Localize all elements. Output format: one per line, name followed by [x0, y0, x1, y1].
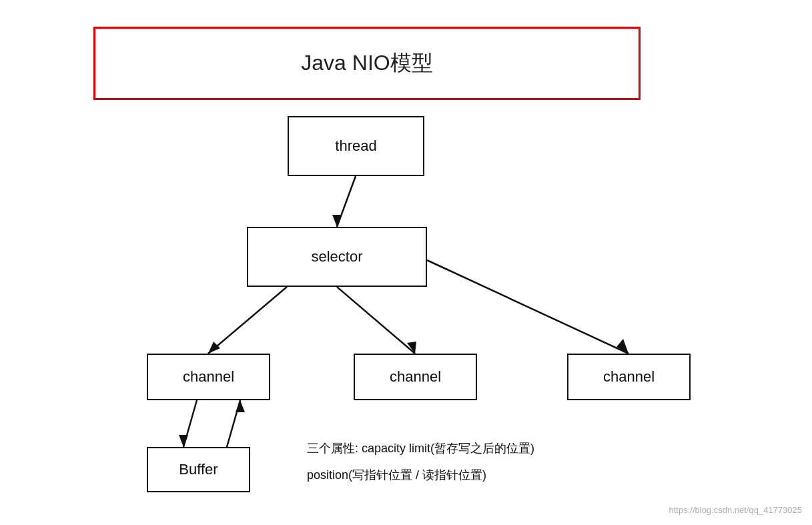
svg-line-8 — [183, 400, 197, 447]
selector-label: selector — [311, 248, 362, 266]
svg-line-2 — [208, 287, 287, 354]
thread-label: thread — [335, 137, 376, 155]
svg-marker-3 — [208, 342, 220, 354]
node-thread: thread — [288, 116, 424, 176]
channel-left-label: channel — [183, 368, 234, 386]
page-title: Java NIO模型 — [301, 49, 432, 78]
svg-line-10 — [227, 400, 240, 447]
channel-center-label: channel — [390, 368, 441, 386]
watermark: https://blog.csdn.net/qq_41773025 — [669, 505, 803, 515]
svg-marker-1 — [332, 215, 342, 227]
svg-line-4 — [337, 287, 415, 354]
annotation-line1: 三个属性: capacity limit(暂存写之后的位置) — [307, 440, 534, 456]
channel-right-label: channel — [603, 368, 655, 386]
svg-line-0 — [337, 176, 356, 227]
buffer-label: Buffer — [179, 461, 218, 478]
diagram-container: Java NIO模型 thread — [0, 0, 812, 525]
title-box: Java NIO模型 — [93, 27, 641, 100]
node-buffer: Buffer — [147, 447, 250, 492]
node-channel-right: channel — [567, 354, 691, 400]
node-selector: selector — [247, 227, 427, 287]
svg-marker-5 — [407, 342, 416, 354]
node-channel-center: channel — [354, 354, 477, 400]
svg-line-6 — [427, 260, 629, 354]
node-channel-left: channel — [147, 354, 270, 400]
svg-marker-9 — [179, 435, 188, 447]
svg-marker-11 — [236, 400, 245, 412]
annotation-line2: position(写指针位置 / 读指针位置) — [307, 467, 486, 483]
svg-marker-7 — [617, 339, 629, 354]
